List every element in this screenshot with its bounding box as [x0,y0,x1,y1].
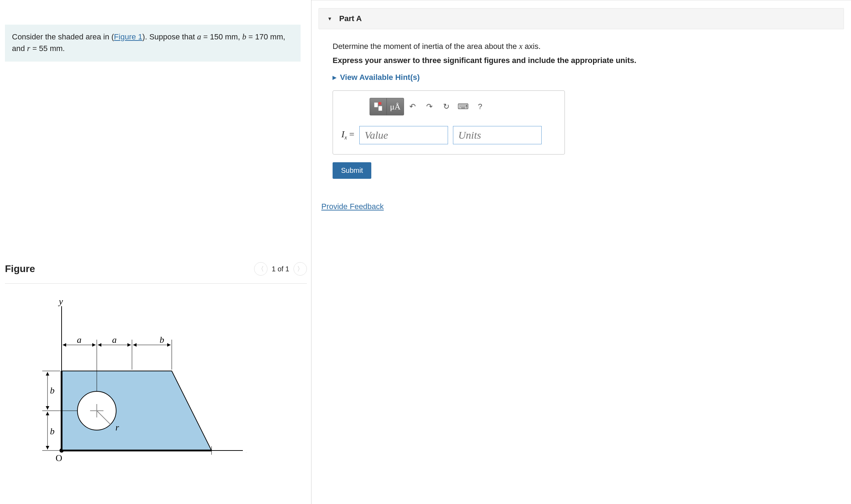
label-r: r [115,422,119,433]
val-r: = 55 mm [30,44,63,53]
var-sub: x [345,135,347,141]
label-a-2: a [112,335,117,345]
undo-icon: ↶ [409,102,416,111]
caret-down-icon: ▼ [327,16,332,21]
problem-text-after-link: ). Suppose that [143,32,197,41]
answer-toolbar: μÅ ↶ ↷ ↻ ⌨ ? [370,98,556,115]
problem-end: . [63,44,65,53]
answer-row: Ix = [341,126,556,144]
var-a: a [197,32,201,41]
label-a-1: a [77,335,82,345]
undo-button[interactable]: ↶ [404,98,421,115]
part-body: Determine the moment of inertia of the a… [319,29,844,182]
equals-sign: = [347,129,354,139]
var-b: b [242,32,246,41]
units-input[interactable] [453,126,542,144]
sep1: , [238,32,242,41]
left-pane: Consider the shaded area in (Figure 1). … [0,0,311,504]
chevron-left-icon: 〈 [258,265,264,273]
svg-rect-34 [379,106,382,111]
toolbar-group-format: μÅ [370,98,404,115]
figure-title: Figure [5,263,35,275]
svg-rect-32 [374,103,378,107]
part-header[interactable]: ▼ Part A [319,8,844,29]
var-r: r [27,44,30,53]
templates-button[interactable] [370,98,387,115]
instruction-2: Express your answer to three significant… [333,56,830,65]
instr1-post: axis. [523,42,541,51]
svg-marker-19 [127,343,131,347]
view-hints-link[interactable]: ▶ View Available Hint(s) [333,73,830,82]
svg-marker-17 [92,343,96,347]
val-a: = 150 mm [201,32,238,41]
figure-link[interactable]: Figure 1 [114,32,143,41]
svg-marker-16 [63,343,66,347]
svg-marker-29 [46,412,49,415]
instr1-var: x [519,42,523,51]
triangle-right-icon: ▶ [333,75,336,80]
label-b-left-1: b [50,385,55,396]
special-chars-label: μÅ [390,102,401,112]
figure-header: Figure 〈 1 of 1 〉 [5,262,307,284]
svg-marker-27 [46,372,49,376]
svg-marker-20 [133,343,137,347]
help-icon: ? [478,102,482,111]
chevron-right-icon: 〉 [297,265,303,273]
figure-prev-button[interactable]: 〈 [254,262,267,276]
keyboard-button[interactable]: ⌨ [455,98,472,115]
value-input[interactable] [359,126,448,144]
label-x: x [246,445,246,455]
label-b-left-2: b [50,426,55,436]
templates-icon [374,102,383,111]
figure-counter: 1 of 1 [272,265,289,273]
help-button[interactable]: ? [472,98,488,115]
reset-icon: ↻ [443,102,449,111]
val-b: = 170 mm [246,32,283,41]
keyboard-icon: ⌨ [458,102,469,111]
submit-button[interactable]: Submit [333,162,371,179]
hints-label: View Available Hint(s) [340,73,420,82]
provide-feedback-link[interactable]: Provide Feedback [319,202,844,211]
redo-icon: ↷ [426,102,433,111]
svg-marker-28 [46,406,49,410]
instr1-pre: Determine the moment of inertia of the a… [333,42,519,51]
right-pane: ▼ Part A Determine the moment of inertia… [311,0,851,504]
label-b-top: b [160,335,164,345]
var-symbol: I [341,129,345,139]
figure-nav: 〈 1 of 1 〉 [254,262,307,276]
redo-button[interactable]: ↷ [421,98,438,115]
answer-box: μÅ ↶ ↷ ↻ ⌨ ? Ix = [333,90,565,155]
label-y: y [58,299,63,307]
problem-statement: Consider the shaded area in (Figure 1). … [5,25,301,62]
reset-button[interactable]: ↻ [438,98,455,115]
special-chars-button[interactable]: μÅ [387,98,404,115]
part-title: Part A [339,14,362,23]
svg-marker-30 [46,446,49,449]
figure-image: y x O r [28,299,246,477]
problem-text-prefix: Consider the shaded area in ( [12,32,114,41]
instruction-1: Determine the moment of inertia of the a… [333,42,830,51]
figure-next-button[interactable]: 〉 [294,262,307,276]
svg-marker-21 [167,343,171,347]
answer-variable: Ix = [341,129,354,141]
svg-marker-18 [98,343,101,347]
label-O: O [56,453,62,463]
svg-rect-33 [379,102,381,105]
